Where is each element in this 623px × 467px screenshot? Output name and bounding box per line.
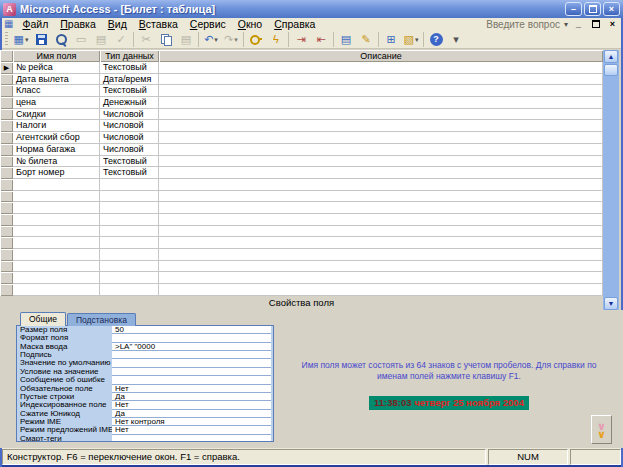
- row-selector[interactable]: [0, 97, 13, 109]
- tab-general[interactable]: Общие: [20, 312, 66, 326]
- field-type-cell[interactable]: Текстовый: [100, 167, 159, 179]
- property-value-field[interactable]: Нет: [112, 385, 271, 393]
- field-type-cell[interactable]: Текстовый: [100, 62, 159, 74]
- field-type-cell[interactable]: Текстовый: [100, 156, 159, 168]
- row-selector[interactable]: [0, 226, 13, 238]
- scroll-down-icon[interactable]: ▼: [604, 297, 618, 310]
- row-selector[interactable]: [0, 74, 13, 86]
- property-value-field[interactable]: [112, 334, 271, 342]
- primary-key-button[interactable]: [246, 31, 266, 48]
- field-name-cell[interactable]: [13, 272, 100, 284]
- copy-button[interactable]: [156, 31, 176, 48]
- property-value-field[interactable]: Нет: [112, 426, 271, 434]
- field-desc-cell[interactable]: [159, 284, 603, 296]
- property-value-field[interactable]: Да: [112, 410, 271, 418]
- field-desc-cell[interactable]: [159, 132, 603, 144]
- row-selector[interactable]: [0, 214, 13, 226]
- field-desc-cell[interactable]: [159, 261, 603, 273]
- row-selector[interactable]: [0, 167, 13, 179]
- row-selector[interactable]: [0, 202, 13, 214]
- field-name-cell[interactable]: [13, 237, 100, 249]
- field-type-cell[interactable]: Числовой: [100, 132, 159, 144]
- property-value-field[interactable]: Нет: [112, 401, 271, 409]
- menu-item-edit[interactable]: Правка: [54, 18, 101, 30]
- field-name-cell[interactable]: [13, 226, 100, 238]
- restore-button[interactable]: [584, 2, 601, 16]
- menu-item-view[interactable]: Вид: [102, 18, 133, 30]
- field-name-cell[interactable]: [13, 191, 100, 203]
- row-selector[interactable]: ▶: [0, 62, 13, 74]
- menu-item-insert[interactable]: Вставка: [133, 18, 184, 30]
- field-desc-cell[interactable]: [159, 179, 603, 191]
- field-type-cell[interactable]: [100, 261, 159, 273]
- property-value-field[interactable]: Да: [112, 393, 271, 401]
- field-desc-cell[interactable]: [159, 120, 603, 132]
- close-button[interactable]: ×: [603, 2, 620, 16]
- row-selector[interactable]: [0, 272, 13, 284]
- indexes-button[interactable]: ϟ: [266, 31, 286, 48]
- field-type-cell[interactable]: Денежный: [100, 97, 159, 109]
- field-type-cell[interactable]: Числовой: [100, 120, 159, 132]
- field-type-cell[interactable]: [100, 249, 159, 261]
- field-desc-cell[interactable]: [159, 237, 603, 249]
- row-selector[interactable]: [0, 237, 13, 249]
- row-selector[interactable]: [0, 144, 13, 156]
- help-button[interactable]: ?: [426, 31, 446, 48]
- field-name-cell[interactable]: № билета: [13, 156, 100, 168]
- file-search-button[interactable]: [51, 31, 71, 48]
- field-type-cell[interactable]: [100, 191, 159, 203]
- field-type-cell[interactable]: [100, 226, 159, 238]
- property-value-field[interactable]: [112, 376, 271, 384]
- toolbar-options-button[interactable]: ▾: [446, 31, 466, 48]
- field-name-cell[interactable]: № рейса: [13, 62, 100, 74]
- field-name-cell[interactable]: Скидки: [13, 109, 100, 121]
- row-selector[interactable]: [0, 249, 13, 261]
- field-name-cell[interactable]: [13, 249, 100, 261]
- field-type-cell[interactable]: Текстовый: [100, 85, 159, 97]
- property-value-field[interactable]: 50: [112, 326, 271, 334]
- row-selector[interactable]: [0, 284, 13, 296]
- menu-item-file[interactable]: Файл: [16, 18, 54, 30]
- field-desc-cell[interactable]: [159, 167, 603, 179]
- field-desc-cell[interactable]: [159, 214, 603, 226]
- field-type-cell[interactable]: [100, 179, 159, 191]
- field-type-cell[interactable]: Числовой: [100, 144, 159, 156]
- property-value-field[interactable]: [112, 351, 271, 359]
- field-desc-cell[interactable]: [159, 272, 603, 284]
- field-desc-cell[interactable]: [159, 85, 603, 97]
- property-value-field[interactable]: Нет контроля: [112, 418, 271, 426]
- minimize-button[interactable]: –: [565, 2, 582, 16]
- menu-item-window[interactable]: Окно: [232, 18, 268, 30]
- field-name-cell[interactable]: [13, 179, 100, 191]
- field-desc-cell[interactable]: [159, 249, 603, 261]
- row-selector[interactable]: [0, 132, 13, 144]
- field-type-cell[interactable]: Дата/время: [100, 74, 159, 86]
- field-type-cell[interactable]: Числовой: [100, 109, 159, 121]
- property-value-field[interactable]: [112, 359, 271, 367]
- ask-question-input[interactable]: Введите вопрос: [486, 19, 560, 30]
- row-selector[interactable]: [0, 191, 13, 203]
- field-type-cell[interactable]: [100, 237, 159, 249]
- property-value-field[interactable]: [112, 435, 271, 442]
- field-desc-cell[interactable]: [159, 109, 603, 121]
- vertical-scrollbar[interactable]: ▲ ▼: [603, 50, 619, 310]
- scroll-up-icon[interactable]: ▲: [604, 50, 618, 63]
- undo-button[interactable]: ↶▾: [201, 31, 221, 48]
- field-name-cell[interactable]: Агентский сбор: [13, 132, 100, 144]
- field-name-cell[interactable]: Класс: [13, 85, 100, 97]
- field-name-cell[interactable]: [13, 202, 100, 214]
- property-value-field[interactable]: [112, 368, 271, 376]
- menu-item-help[interactable]: Справка: [268, 18, 321, 30]
- menu-item-service[interactable]: Сервис: [184, 18, 232, 30]
- view-datasheet-button[interactable]: ▦▾: [11, 31, 31, 48]
- field-type-cell[interactable]: [100, 202, 159, 214]
- mdi-minimize-button[interactable]: _: [572, 19, 585, 30]
- scrollbar-thumb[interactable]: [604, 64, 618, 76]
- field-name-cell[interactable]: цена: [13, 97, 100, 109]
- field-name-cell[interactable]: Норма багажа: [13, 144, 100, 156]
- field-desc-cell[interactable]: [159, 144, 603, 156]
- field-type-cell[interactable]: [100, 284, 159, 296]
- tab-lookup[interactable]: Подстановка: [67, 313, 136, 326]
- row-selector[interactable]: [0, 261, 13, 273]
- field-name-cell[interactable]: [13, 284, 100, 296]
